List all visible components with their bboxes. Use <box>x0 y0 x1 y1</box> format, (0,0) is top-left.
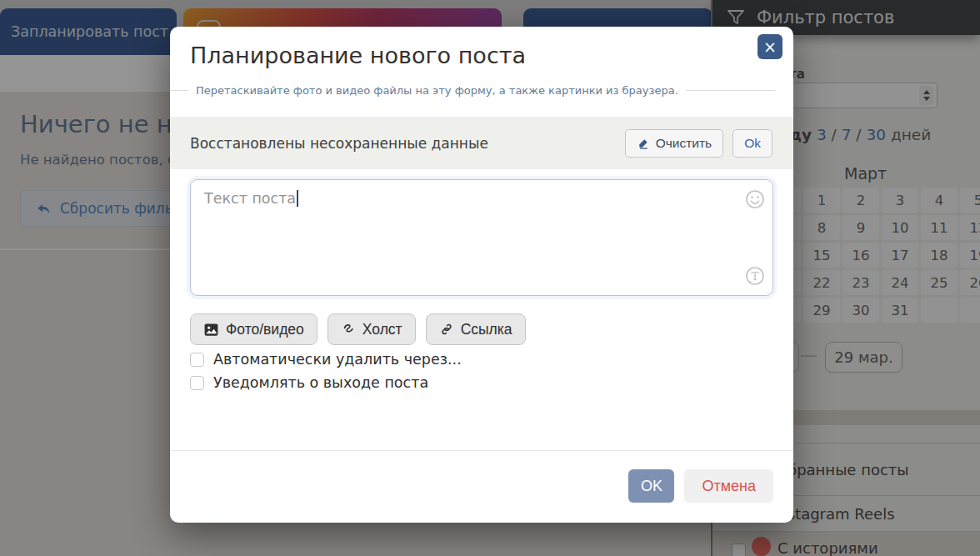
close-button[interactable]: × <box>758 34 782 59</box>
text-format-icon[interactable]: T <box>745 266 765 286</box>
drag-drop-hint-text: Перетаскивайте фото и видео файлы на эту… <box>196 84 678 97</box>
clear-restored-button[interactable]: Очистить <box>625 129 723 158</box>
post-text-placeholder: Текст поста <box>204 190 298 207</box>
notify-option[interactable]: Уведомлять о выходе поста <box>190 371 428 394</box>
text-caret <box>297 190 298 207</box>
canvas-label: Холст <box>362 321 402 338</box>
canvas-button[interactable]: Холст <box>328 313 416 345</box>
notify-label: Уведомлять о выходе поста <box>213 374 428 391</box>
emoji-picker-icon[interactable] <box>745 189 765 209</box>
svg-text:T: T <box>751 269 758 283</box>
modal-footer: OK Отмена <box>628 469 773 503</box>
auto-delete-option[interactable]: Автоматически удалить через... <box>190 348 462 371</box>
link-icon <box>439 322 454 337</box>
post-text-input[interactable]: Текст поста T <box>190 179 773 296</box>
photo-video-button[interactable]: Фото/видео <box>190 313 318 345</box>
clear-restored-label: Очистить <box>656 136 712 151</box>
cancel-label: Отмена <box>702 478 756 495</box>
auto-delete-checkbox[interactable] <box>190 353 204 367</box>
notify-checkbox[interactable] <box>190 376 204 390</box>
photo-video-label: Фото/видео <box>226 321 304 338</box>
restored-data-message: Восстановлены несохраненные данные <box>190 135 625 152</box>
footer-divider <box>170 450 793 451</box>
post-text-placeholder-text: Текст поста <box>204 190 296 207</box>
image-icon <box>203 322 219 338</box>
eraser-icon <box>637 137 650 150</box>
restored-data-bar: Восстановлены несохраненные данные Очист… <box>170 117 793 169</box>
ok-label: OK <box>641 478 662 495</box>
restored-ok-button[interactable]: Ok <box>732 129 772 158</box>
app-window: Запланировать пост Ничего не най Не найд… <box>0 0 980 556</box>
link-label: Ссылка <box>461 321 512 338</box>
link-button[interactable]: Ссылка <box>426 313 526 345</box>
modal-title: Планирование нового поста <box>190 43 526 68</box>
drag-drop-hint: Перетаскивайте фото и видео файлы на эту… <box>170 84 793 97</box>
close-icon: × <box>763 38 777 56</box>
ok-button[interactable]: OK <box>628 469 674 503</box>
canvas-brush-icon <box>341 322 356 337</box>
attachment-toolbar: Фото/видео Холст Ссылка <box>190 313 526 345</box>
auto-delete-label: Автоматически удалить через... <box>213 351 462 368</box>
cancel-button[interactable]: Отмена <box>684 469 773 503</box>
new-post-modal: × Планирование нового поста Перетаскивай… <box>170 27 793 523</box>
restored-ok-label: Ok <box>744 136 761 151</box>
